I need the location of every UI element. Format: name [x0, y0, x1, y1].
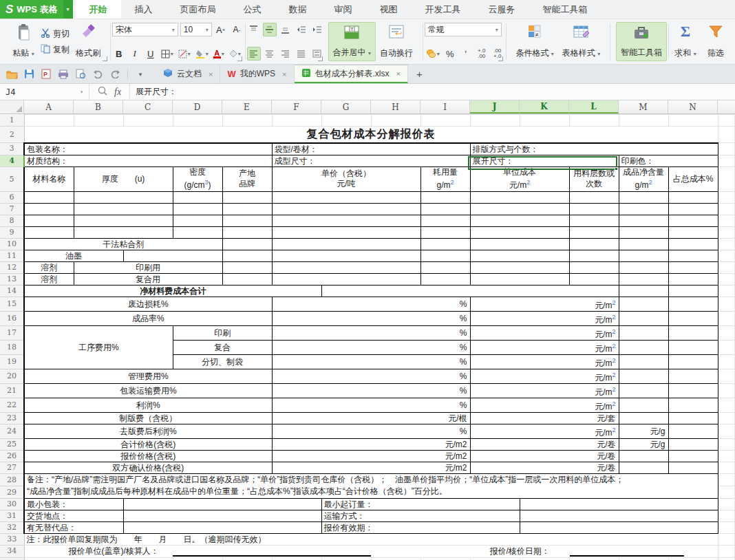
font-size-select[interactable]: 10▾	[180, 23, 212, 36]
tab-cloud-docs[interactable]: 云文档 ×	[156, 65, 220, 83]
row-header-15[interactable]: 15	[0, 297, 24, 311]
cell[interactable]	[123, 557, 173, 560]
cell[interactable]	[470, 115, 520, 127]
cell[interactable]	[619, 203, 668, 215]
copy-button[interactable]: 复制	[39, 43, 72, 56]
cell[interactable]	[718, 143, 735, 155]
cell-h-origin[interactable]: 产地品牌	[222, 166, 272, 191]
cell-print-color[interactable]: 印刷色：	[619, 155, 718, 166]
cell[interactable]	[321, 285, 619, 297]
row-header-32[interactable]: 32	[0, 521, 24, 533]
cell[interactable]	[718, 191, 735, 203]
cell-process-fee[interactable]: 工序费用%	[24, 325, 173, 369]
cell[interactable]	[173, 215, 222, 226]
cell[interactable]	[718, 273, 735, 285]
cell[interactable]	[222, 115, 272, 127]
cell[interactable]	[668, 354, 718, 369]
row-header-3[interactable]: 3	[0, 143, 24, 155]
tab-data[interactable]: 数据	[275, 0, 321, 19]
col-header-i[interactable]: I	[420, 100, 470, 114]
row-header-13[interactable]: 13	[0, 273, 24, 285]
cell[interactable]	[619, 226, 668, 238]
cell-yuan-g-unit[interactable]: 元/g	[619, 424, 668, 438]
cell-yuan-g-unit[interactable]: 元/g	[619, 438, 668, 450]
cell-profit[interactable]: 利润%	[24, 398, 272, 412]
row-header-34[interactable]: 34	[0, 545, 24, 557]
cell-yield-rate[interactable]: 成品率%	[24, 311, 272, 325]
cell[interactable]	[420, 215, 470, 226]
cell[interactable]	[222, 191, 272, 203]
cell-process-print[interactable]: 印刷	[173, 325, 272, 340]
cell[interactable]	[718, 486, 735, 498]
format-painter-button[interactable]: 格式刷	[72, 22, 105, 61]
cell-remarks[interactable]: 备注：“产地/品牌”需注明国产厂名及品牌或进口国名称及品牌；“单价”指货到贵司仓…	[24, 473, 718, 498]
cell[interactable]	[470, 203, 569, 215]
borders-button[interactable]: ▾	[160, 47, 175, 61]
cell-package-name[interactable]: 包装名称：	[24, 143, 272, 155]
row-header-25[interactable]: 25	[0, 438, 24, 450]
row-header-27[interactable]: 27	[0, 462, 24, 473]
cell-delivery-place[interactable]: 交货地点：	[24, 510, 123, 521]
wps-logo[interactable]: S WPS 表格	[0, 0, 63, 19]
cell-yuan-m2-unit[interactable]: 元/m2	[470, 354, 619, 369]
tab-developer[interactable]: 开发工具	[412, 0, 475, 19]
col-header-c[interactable]: C	[123, 100, 173, 114]
cell[interactable]	[668, 369, 718, 383]
magnifier-icon[interactable]	[98, 86, 107, 98]
cell[interactable]	[569, 191, 619, 203]
cell-solvent-laminate[interactable]: 复合用	[74, 273, 222, 285]
cell[interactable]	[74, 115, 123, 127]
print-preview-button[interactable]	[74, 68, 87, 80]
cell[interactable]	[718, 238, 735, 250]
customize-toolbar-arrow[interactable]: ▾	[134, 68, 147, 80]
row-header-1[interactable]: 1	[0, 115, 24, 127]
cell-bag-type[interactable]: 袋型/卷材：	[272, 143, 470, 155]
logo-dropdown-arrow[interactable]: ▾	[63, 0, 73, 19]
cell[interactable]	[272, 203, 420, 215]
decrease-indent-button[interactable]	[295, 23, 308, 36]
cell[interactable]	[569, 215, 619, 226]
cell[interactable]	[420, 203, 470, 215]
cell[interactable]	[321, 557, 371, 560]
row-header-7[interactable]: 7	[0, 203, 24, 215]
undo-button[interactable]	[92, 68, 104, 80]
cell[interactable]	[272, 215, 420, 226]
col-header-n[interactable]: N	[668, 100, 718, 114]
cell[interactable]	[173, 203, 222, 215]
col-header-k[interactable]: K	[520, 100, 569, 114]
cell[interactable]	[668, 383, 718, 398]
col-header-j[interactable]: J	[470, 100, 520, 114]
cell[interactable]	[520, 115, 569, 127]
currency-button[interactable]: ▾	[425, 47, 441, 61]
cell-min-package[interactable]: 最小包装：	[24, 498, 123, 510]
cell[interactable]	[718, 354, 735, 369]
smart-toolbox-button[interactable]: 智能工具箱	[616, 22, 667, 61]
cell-yuan-tao-unit[interactable]: 元/套	[470, 412, 619, 424]
cell-h-unit-price[interactable]: 单价（含税）元/吨	[272, 166, 420, 191]
cell[interactable]	[470, 191, 569, 203]
cell[interactable]	[718, 285, 735, 297]
cell[interactable]	[619, 285, 668, 297]
cell[interactable]	[222, 215, 272, 226]
cell-pct-unit[interactable]: %	[272, 424, 470, 438]
number-format-select[interactable]: 常规▾	[425, 23, 502, 36]
row-header-16[interactable]: 16	[0, 311, 24, 325]
cell-yuan-m2-plain-unit[interactable]: 元/m2	[272, 462, 470, 473]
cell[interactable]	[718, 412, 735, 424]
merge-center-button[interactable]: T 合并居中 ▾	[328, 22, 376, 61]
tab-smart-toolbox[interactable]: 智能工具箱	[529, 0, 601, 19]
col-header-m[interactable]: M	[619, 100, 668, 114]
cell[interactable]	[24, 215, 74, 226]
cell[interactable]	[272, 238, 420, 250]
cell[interactable]	[173, 115, 222, 127]
cell[interactable]	[668, 325, 718, 340]
cell-h-material[interactable]: 材料名称	[24, 166, 74, 191]
cell[interactable]	[123, 510, 321, 521]
cell[interactable]	[123, 521, 321, 533]
row-header-12[interactable]: 12	[0, 261, 24, 273]
cell-pct-unit[interactable]: %	[272, 383, 470, 398]
cell[interactable]	[569, 273, 619, 285]
row-header-20[interactable]: 20	[0, 369, 24, 383]
increase-decimal-button[interactable]: +.0.00	[475, 47, 489, 61]
cell-h-net-content[interactable]: 成品净含量g/m2	[619, 166, 668, 191]
